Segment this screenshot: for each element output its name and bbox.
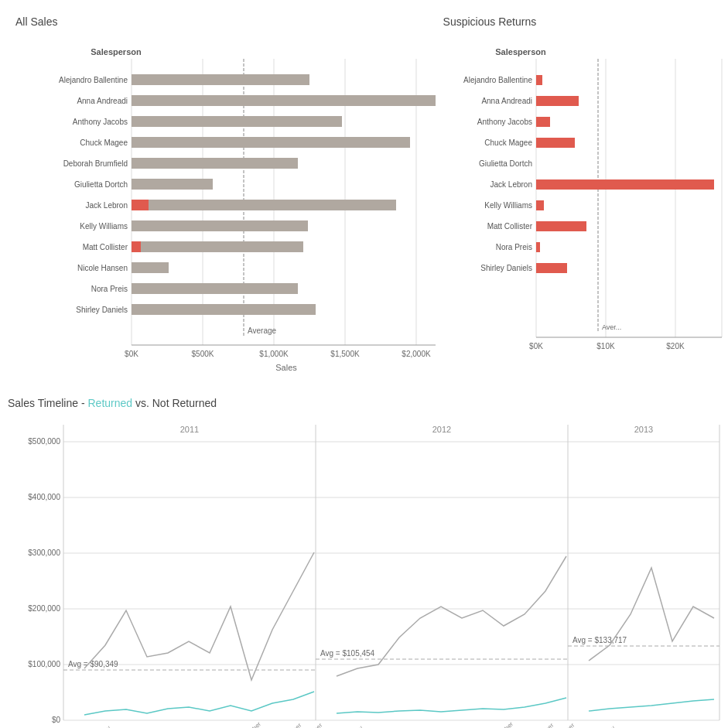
svg-text:November: November [278, 722, 303, 728]
svg-text:Avg = $105,454: Avg = $105,454 [320, 649, 375, 658]
svg-text:September: September [488, 720, 514, 728]
svg-text:Chuck Magee: Chuck Magee [80, 138, 128, 147]
svg-text:Sales: Sales [275, 363, 297, 372]
svg-rect-17 [132, 158, 298, 169]
bottom-section: Sales Timeline - Returned vs. Not Return… [8, 397, 720, 728]
svg-text:2011: 2011 [180, 425, 199, 434]
dashboard: All Sales Salesperson Average Alejandro … [0, 0, 728, 728]
svg-rect-58 [536, 179, 714, 190]
svg-rect-62 [536, 221, 586, 231]
svg-text:Anthony Jacobs: Anthony Jacobs [73, 118, 128, 126]
svg-rect-51 [536, 96, 579, 106]
svg-rect-19 [132, 179, 213, 190]
svg-text:Matt Collister: Matt Collister [83, 243, 128, 251]
svg-text:Salesperson: Salesperson [495, 47, 546, 56]
svg-rect-26 [132, 241, 141, 252]
svg-rect-11 [132, 95, 449, 106]
svg-text:Shirley Daniels: Shirley Daniels [76, 306, 128, 314]
svg-rect-24 [132, 220, 308, 231]
svg-rect-66 [536, 263, 567, 273]
svg-text:Alejandro Ballentine: Alejandro Ballentine [59, 76, 128, 84]
svg-text:Avg = $90,349: Avg = $90,349 [68, 660, 118, 668]
svg-rect-15 [132, 137, 410, 148]
svg-text:Kelly Williams: Kelly Williams [484, 201, 532, 210]
svg-text:$20K: $20K [666, 342, 685, 350]
svg-text:$300,000: $300,000 [28, 549, 60, 557]
svg-text:November: November [530, 722, 555, 728]
svg-rect-53 [536, 117, 550, 127]
svg-text:Salesperson: Salesperson [91, 47, 142, 56]
svg-text:$0: $0 [52, 716, 61, 724]
timeline-title: Sales Timeline - Returned vs. Not Return… [8, 397, 720, 409]
svg-text:$2,000K: $2,000K [402, 350, 431, 358]
svg-text:Chuck Magee: Chuck Magee [484, 138, 532, 147]
svg-text:Anna Andreadi: Anna Andreadi [77, 97, 128, 105]
svg-text:Jack Lebron: Jack Lebron [86, 201, 128, 210]
svg-text:$200,000: $200,000 [28, 604, 60, 613]
svg-text:Aver...: Aver... [602, 323, 621, 331]
svg-text:$10K: $10K [596, 342, 615, 350]
svg-text:February: February [342, 724, 364, 728]
all-sales-svg: Salesperson Average Alejandro Ballentine [15, 32, 449, 372]
svg-rect-64 [536, 242, 540, 252]
vs-label: vs. Not Returned [135, 397, 217, 409]
svg-text:2013: 2013 [634, 425, 653, 434]
svg-text:Matt Collister: Matt Collister [487, 222, 532, 231]
svg-rect-60 [536, 200, 544, 210]
svg-rect-21 [132, 200, 149, 210]
svg-text:$100,000: $100,000 [28, 660, 60, 668]
timeline-svg: $500,000 $400,000 $300,000 $200,000 $100… [8, 413, 720, 728]
suspicious-returns-chart: Suspicious Returns Salesperson Aver... A… [436, 8, 720, 381]
svg-text:2012: 2012 [432, 425, 451, 434]
svg-text:Alejandro Ballentine: Alejandro Ballentine [463, 76, 532, 84]
svg-text:$500K: $500K [192, 350, 214, 358]
timeline-title-text: Sales Timeline - [8, 397, 87, 409]
svg-text:Anna Andreadi: Anna Andreadi [481, 97, 532, 105]
svg-text:Nora Preis: Nora Preis [91, 285, 128, 293]
svg-text:$0K: $0K [125, 350, 138, 358]
suspicious-returns-svg: Salesperson Aver... Alejandro Ballentine [443, 32, 728, 372]
svg-text:Avg = $133,717: Avg = $133,717 [572, 636, 627, 644]
svg-text:Jack Lebron: Jack Lebron [490, 180, 531, 189]
svg-rect-27 [141, 241, 303, 252]
svg-rect-55 [536, 138, 575, 148]
svg-text:Giulietta Dortch: Giulietta Dortch [74, 180, 128, 189]
svg-text:Nicole Hansen: Nicole Hansen [77, 264, 128, 272]
svg-rect-9 [132, 74, 309, 85]
svg-text:$500,000: $500,000 [28, 437, 60, 446]
svg-text:Nora Preis: Nora Preis [495, 243, 531, 251]
svg-text:$1,500K: $1,500K [330, 350, 360, 358]
all-sales-chart: All Sales Salesperson Average Alejandro … [8, 8, 436, 381]
svg-rect-31 [132, 283, 298, 294]
svg-rect-49 [536, 75, 542, 85]
svg-rect-22 [149, 200, 396, 210]
svg-text:September: September [236, 720, 262, 728]
svg-rect-13 [132, 116, 342, 127]
svg-text:Shirley Daniels: Shirley Daniels [480, 264, 532, 272]
returned-label: Returned [87, 397, 132, 409]
svg-text:Deborah Brumfield: Deborah Brumfield [63, 159, 128, 168]
svg-text:$1,000K: $1,000K [259, 350, 289, 358]
svg-text:$400,000: $400,000 [28, 493, 60, 501]
all-sales-title: All Sales [15, 15, 428, 28]
svg-text:Anthony Jacobs: Anthony Jacobs [477, 118, 531, 126]
svg-text:$0K: $0K [529, 342, 543, 350]
svg-text:Kelly Williams: Kelly Williams [80, 222, 128, 231]
svg-rect-29 [132, 262, 169, 273]
svg-text:February: February [594, 724, 617, 728]
svg-text:Giulietta Dortch: Giulietta Dortch [479, 159, 532, 168]
svg-text:Average: Average [248, 326, 277, 335]
top-section: All Sales Salesperson Average Alejandro … [8, 8, 720, 381]
svg-text:February: February [90, 724, 112, 728]
svg-rect-33 [132, 304, 316, 315]
suspicious-returns-title: Suspicious Returns [443, 15, 713, 28]
